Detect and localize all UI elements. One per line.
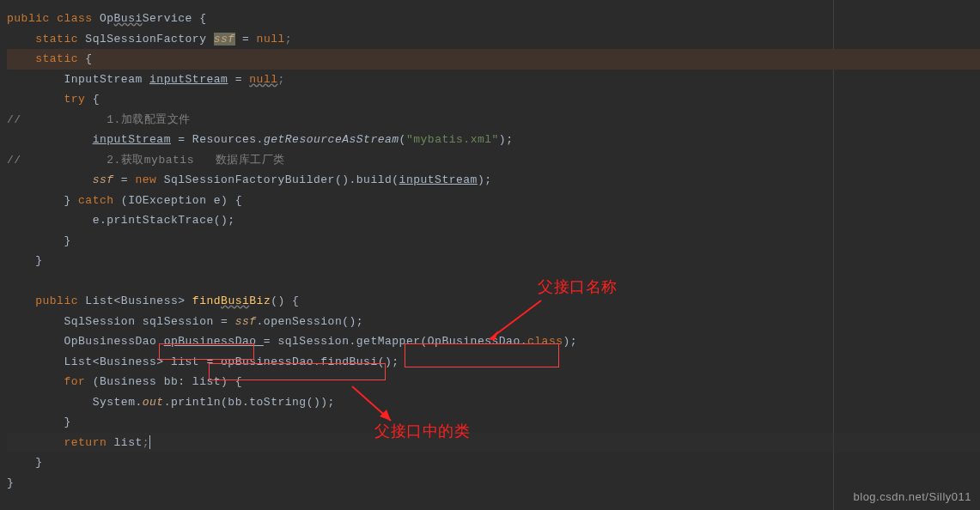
code-line: } xyxy=(7,452,980,473)
code-editor[interactable]: public class OpBusiService { static SqlS… xyxy=(0,0,980,493)
code-line: SqlSession sqlSession = ssf.openSession(… xyxy=(7,312,980,332)
watermark: blog.csdn.net/Silly011 xyxy=(854,490,971,503)
code-line: System.out.println(bb.toString()); xyxy=(7,392,980,413)
code-line: static { xyxy=(7,49,980,70)
code-line: OpBusinessDao opBusinessDao = sqlSession… xyxy=(7,331,980,352)
code-line: try { xyxy=(7,89,980,110)
code-line: } xyxy=(7,473,980,494)
code-line: } xyxy=(7,412,980,433)
code-line: inputStream = Resources.getResourceAsStr… xyxy=(7,130,980,150)
code-line: return list; xyxy=(7,433,980,453)
code-line: ssf = new SqlSessionFactoryBuilder().bui… xyxy=(7,170,980,191)
code-line: static SqlSessionFactory ssf = null; xyxy=(7,29,980,50)
code-line: public class OpBusiService { xyxy=(7,9,980,29)
code-line: } catch (IOException e) { xyxy=(7,191,980,211)
code-line: } xyxy=(7,251,980,271)
code-line: for (Business bb: list) { xyxy=(7,372,980,392)
code-line: } xyxy=(7,231,980,252)
code-line: // 1.加载配置文件 xyxy=(7,110,980,131)
code-line: // 2.获取mybatis 数据库工厂类 xyxy=(7,150,980,171)
code-line xyxy=(7,271,980,292)
code-line: e.printStackTrace(); xyxy=(7,210,980,231)
code-line: public List<Business> findBusiBiz() { xyxy=(7,291,980,312)
text-cursor xyxy=(149,435,150,449)
code-line: List<Business> list = opBusinessDao.find… xyxy=(7,352,980,373)
code-line: InputStream inputStream = null; xyxy=(7,70,980,90)
